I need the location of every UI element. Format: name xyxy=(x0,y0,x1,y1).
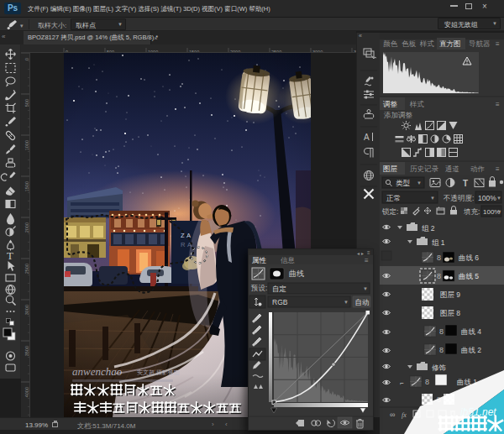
svg-text:预设:: 预设: xyxy=(250,284,267,292)
svg-text:2500: 2500 xyxy=(24,264,29,274)
svg-text:2000: 2000 xyxy=(24,222,29,233)
svg-text:500: 500 xyxy=(24,99,29,107)
svg-text:属性: 属性 xyxy=(252,256,267,264)
svg-text:图层: 图层 xyxy=(383,165,398,173)
svg-text:1500: 1500 xyxy=(24,181,29,191)
svg-text:调整: 调整 xyxy=(383,100,398,108)
svg-text:曲线: 曲线 xyxy=(289,269,304,278)
svg-text:3500: 3500 xyxy=(24,346,29,356)
svg-text:自定: 自定 xyxy=(272,285,286,293)
svg-text:RGB: RGB xyxy=(272,298,288,306)
svg-text:不透明度:: 不透明度: xyxy=(443,194,474,202)
svg-text:颜色: 颜色 xyxy=(383,39,398,48)
svg-text:A: A xyxy=(364,133,370,142)
svg-text:曲线 5: 曲线 5 xyxy=(459,272,479,280)
svg-text:8: 8 xyxy=(437,254,441,262)
svg-text:▼: ▼ xyxy=(430,196,435,201)
svg-text:T: T xyxy=(7,249,13,262)
svg-text:«: « xyxy=(359,33,362,39)
svg-text:图层 8: 图层 8 xyxy=(440,309,460,317)
svg-text:类型: 类型 xyxy=(396,179,411,187)
svg-text:≡: ≡ xyxy=(365,257,369,264)
svg-text:100%: 100% xyxy=(478,194,496,202)
svg-text:0: 0 xyxy=(24,58,29,60)
svg-text:曲线 4: 曲线 4 xyxy=(461,327,481,336)
svg-text:▼: ▼ xyxy=(363,286,368,291)
svg-text:▼: ▼ xyxy=(344,300,349,305)
svg-text:▼: ▼ xyxy=(417,180,422,186)
svg-text:图层 9: 图层 9 xyxy=(440,290,460,299)
svg-text:4000: 4000 xyxy=(24,387,29,397)
svg-text:▼: ▼ xyxy=(497,209,501,214)
svg-text:正常: 正常 xyxy=(386,194,401,202)
svg-text:直方图: 直方图 xyxy=(439,39,461,48)
svg-text:◄►: ◄► xyxy=(356,251,365,256)
svg-text:导航器: 导航器 xyxy=(469,39,491,48)
svg-text:▼: ▼ xyxy=(496,196,501,201)
svg-text:≡: ≡ xyxy=(496,165,500,173)
svg-text:3000: 3000 xyxy=(24,305,29,315)
svg-text:锁定:: 锁定: xyxy=(381,207,398,216)
svg-text:8: 8 xyxy=(439,327,444,336)
svg-text:jb51.net: jb51.net xyxy=(459,406,496,418)
svg-text:≡: ≡ xyxy=(496,101,500,108)
svg-text:组 1: 组 1 xyxy=(432,238,445,247)
svg-text:动作: 动作 xyxy=(470,165,485,173)
svg-text:色板: 色板 xyxy=(402,39,417,48)
svg-text:信息: 信息 xyxy=(280,256,296,264)
svg-text:填充:: 填充: xyxy=(463,207,480,216)
svg-text:1000: 1000 xyxy=(24,140,29,150)
svg-text:自动: 自动 xyxy=(355,298,370,306)
svg-text:曲线 6: 曲线 6 xyxy=(459,254,479,262)
svg-text:通道: 通道 xyxy=(445,165,459,173)
svg-text:≡: ≡ xyxy=(496,40,500,48)
svg-text:8: 8 xyxy=(437,272,441,280)
svg-text:历史记录: 历史记录 xyxy=(410,165,439,173)
svg-text:样式: 样式 xyxy=(419,39,434,48)
svg-text:T: T xyxy=(463,179,468,188)
svg-text:样式: 样式 xyxy=(409,100,424,108)
svg-text:组 2: 组 2 xyxy=(422,224,435,233)
svg-text:添加调整: 添加调整 xyxy=(384,111,413,119)
svg-text:≡: ≡ xyxy=(367,250,370,255)
